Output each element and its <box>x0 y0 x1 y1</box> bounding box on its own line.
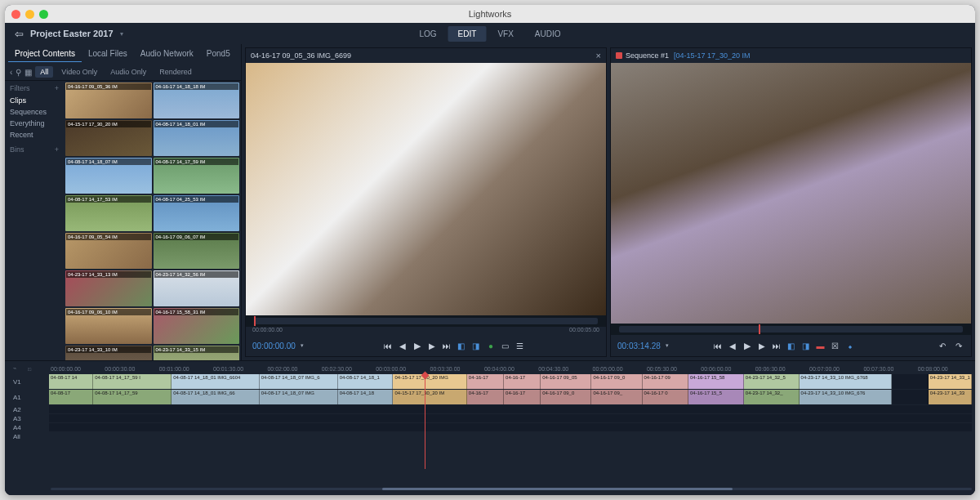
timecode-menu-icon[interactable]: ▾ <box>301 342 304 349</box>
delete-icon[interactable]: ☒ <box>830 340 841 351</box>
marker-icon[interactable]: ⬥ <box>844 340 856 351</box>
tab-project-contents[interactable]: Project Contents <box>8 46 82 62</box>
clip-thumbnail[interactable]: 04-16-17 14_18_18 IM <box>154 83 240 118</box>
timeline-clip[interactable]: 04-16-17 15_5 <box>688 390 744 404</box>
timecode-menu-icon[interactable]: ▾ <box>666 342 669 349</box>
clip-thumbnail[interactable]: 04-08-17 14_17_59 IM <box>154 158 240 194</box>
close-window-icon[interactable] <box>11 10 20 19</box>
timeline-ruler[interactable]: ⌁ ⏍ 00:00:00.0000:00:30.0000:01:00.0000:… <box>8 363 972 374</box>
snap-icon[interactable]: ⌁ <box>13 365 16 372</box>
timeline-clip[interactable]: 04-16-17 09 <box>643 374 689 389</box>
timeline-clip[interactable]: 04-23-17 14_33_10 IMG_676 <box>800 390 892 404</box>
timeline-scroll-thumb[interactable] <box>382 488 733 490</box>
back-icon[interactable]: ⇦ <box>15 28 24 40</box>
replace-icon[interactable]: ☰ <box>514 340 526 351</box>
tab-audio[interactable]: AUDIO <box>525 26 571 42</box>
track-label-v1[interactable]: V1 <box>8 374 49 389</box>
timeline-clip[interactable]: 04-08-17 14_18_07 IMG_6 <box>260 374 338 389</box>
tab-pond5[interactable]: Pond5 <box>200 46 237 62</box>
close-icon[interactable]: × <box>596 51 601 60</box>
timeline-clip[interactable]: 04-16-17 09_ <box>591 390 642 404</box>
filter-sequences[interactable]: Sequences <box>10 106 59 118</box>
timeline-clip[interactable]: 04-08-17 14_18_1 <box>338 374 394 389</box>
mark-in-icon[interactable]: ◧ <box>456 340 467 351</box>
clip-thumbnail[interactable]: 04-23-17 14_33_15 IM <box>154 346 240 360</box>
link-icon[interactable]: ⏍ <box>28 366 31 372</box>
filter-recent[interactable]: Recent <box>10 129 59 141</box>
step-back-icon[interactable]: ◀ <box>397 340 408 351</box>
sequence-scrub-bar[interactable] <box>611 324 971 335</box>
timeline-clip[interactable]: 04-23-17 14_32_5 <box>744 374 800 389</box>
filter-video-only[interactable]: Video Only <box>56 66 102 78</box>
track-lane-a1[interactable]: 04-08-1704-08-17 14_17_5904-08-17 14_18_… <box>49 390 972 404</box>
clip-thumbnail[interactable]: 04-08-17 14_18_07 IM <box>65 158 152 194</box>
go-start-icon[interactable]: ⏮ <box>382 340 394 351</box>
go-end-icon[interactable]: ⏭ <box>771 340 782 351</box>
mark-out-icon[interactable]: ◨ <box>470 340 482 351</box>
clip-thumbnail[interactable]: 04-16-17 09_05_54 IM <box>65 233 152 269</box>
source-viewer-video[interactable] <box>246 63 606 315</box>
list-view-icon[interactable]: ▦ <box>24 68 32 77</box>
filter-all[interactable]: All <box>35 66 53 78</box>
timeline-clip[interactable]: 04-08-17 14_18_01 IMG_66 <box>172 390 259 404</box>
filter-rendered[interactable]: Rendered <box>154 66 197 78</box>
filter-everything[interactable]: Everything <box>10 118 59 129</box>
step-fwd-icon[interactable]: ▶ <box>426 340 438 351</box>
go-end-icon[interactable]: ⏭ <box>441 340 452 351</box>
timeline-clip[interactable]: 04-08-17 14_18 <box>338 390 394 404</box>
chevron-left-icon[interactable]: ‹ <box>10 68 12 77</box>
timeline-clip[interactable] <box>892 374 929 389</box>
clip-thumbnail[interactable]: 04-16-17 09_05_36 IM <box>65 83 152 118</box>
track-label-a4[interactable]: A4 <box>8 423 49 431</box>
timeline-clip[interactable] <box>892 390 929 404</box>
redo-icon[interactable]: ↷ <box>953 340 964 351</box>
track-lane-all[interactable] <box>49 432 972 440</box>
track-label-a2[interactable]: A2 <box>8 405 49 413</box>
timeline-scrollbar[interactable] <box>8 484 972 493</box>
project-menu-icon[interactable]: ▾ <box>120 30 123 38</box>
track-lane-a3[interactable] <box>49 414 972 422</box>
timeline-clip[interactable]: 04-08-17 14_17_59 I <box>93 374 172 389</box>
timeline-clip[interactable]: 04-16-17 15_58 <box>688 374 744 389</box>
timeline-playhead[interactable] <box>425 374 425 469</box>
add-filter-icon[interactable]: + <box>55 84 59 92</box>
timeline-clip[interactable]: 04-16-17 09_0 <box>541 390 591 404</box>
clip-thumbnail[interactable]: 04-08-17 14_17_53 IM <box>65 195 152 231</box>
clip-thumbnail[interactable]: 04-16-17 09_06_07 IM <box>154 233 240 269</box>
track-lane-v1[interactable]: 04-08-17 1404-08-17 14_17_59 I04-08-17 1… <box>49 374 972 389</box>
zoom-window-icon[interactable] <box>39 10 48 19</box>
timeline-clip[interactable]: 04-16-17 <box>504 374 541 389</box>
tab-local-files[interactable]: Local Files <box>82 46 134 62</box>
timeline-clip[interactable]: 04-08-17 14_17_59 <box>93 390 172 404</box>
tab-vfx[interactable]: VFX <box>488 26 523 42</box>
mark-in-icon[interactable]: ◧ <box>786 340 797 351</box>
source-scrub-bar[interactable] <box>246 315 606 327</box>
timeline-clip[interactable]: 04-23-17 14_33_1 <box>929 374 972 389</box>
remove-icon[interactable]: ▬ <box>815 340 826 351</box>
sequence-viewer-video[interactable] <box>611 63 971 324</box>
tab-audio-network[interactable]: Audio Network <box>134 46 200 62</box>
timeline-clip[interactable]: 04-23-17 14_33_10 IMG_6768 <box>800 374 892 389</box>
filter-clips[interactable]: Clips <box>10 95 59 106</box>
filter-audio-only[interactable]: Audio Only <box>105 66 151 78</box>
timeline-clip[interactable]: 04-16-17 09_05 <box>541 374 591 389</box>
timeline-clip[interactable]: 04-16-17 <box>467 390 504 404</box>
timeline-clip[interactable]: 04-15-17 17_30_20 IMG <box>393 374 466 389</box>
timeline-clip[interactable]: 04-23-17 14_32_ <box>744 390 800 404</box>
overwrite-icon[interactable]: ▭ <box>500 340 511 351</box>
clip-thumbnail[interactable]: 04-08-17 14_18_01 IM <box>154 120 240 156</box>
timeline-clip[interactable]: 04-15-17 17_30_20 IM <box>393 390 466 404</box>
play-icon[interactable]: ▶ <box>742 340 753 351</box>
insert-icon[interactable]: ● <box>485 340 497 351</box>
timeline-clip[interactable]: 04-08-17 14 <box>49 374 93 389</box>
clip-thumbnail[interactable]: 04-23-17 14_33_10 IM <box>65 346 152 360</box>
timeline-clip[interactable]: 04-16-17 09_0 <box>591 374 642 389</box>
timeline-clip[interactable]: 04-08-17 14_18_07 IMG <box>260 390 338 404</box>
timeline-clip[interactable]: 04-08-17 <box>49 390 93 404</box>
track-label-a3[interactable]: A3 <box>8 414 49 422</box>
step-fwd-icon[interactable]: ▶ <box>756 340 768 351</box>
track-lane-a2[interactable] <box>49 405 972 413</box>
clip-thumbnail[interactable]: 04-08-17 04_25_53 IM <box>154 195 240 231</box>
step-back-icon[interactable]: ◀ <box>727 340 738 351</box>
search-icon[interactable]: ⚲ <box>16 68 21 77</box>
